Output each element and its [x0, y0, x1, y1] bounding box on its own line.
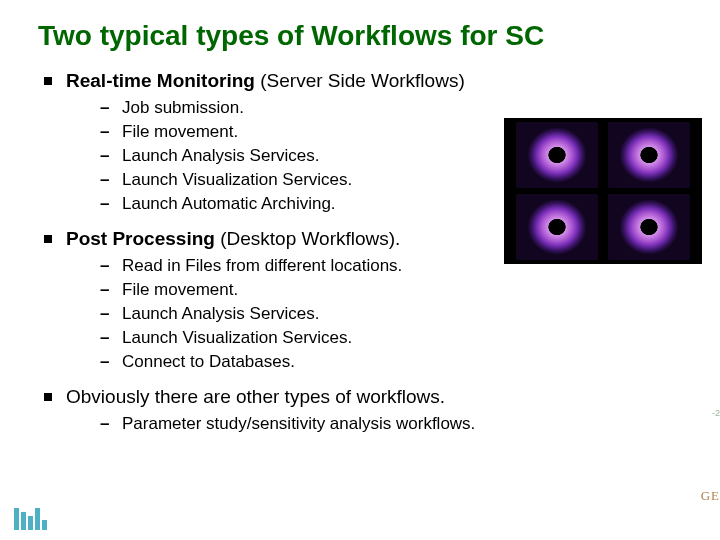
figure-caption — [602, 118, 604, 124]
bullet-label-rest: Obviously there are other types of workf… — [66, 386, 445, 407]
slide-title: Two typical types of Workflows for SC — [38, 20, 720, 52]
sub-list: Read in Files from different locations. … — [100, 256, 720, 372]
figure-panel — [516, 194, 598, 260]
bullet-label-bold: Real-time Monitoring — [66, 70, 255, 91]
bullet-label-bold: Post Processing — [66, 228, 215, 249]
bullet-label-rest: (Desktop Workflows). — [215, 228, 400, 249]
edge-number: -2 — [712, 408, 720, 418]
figure-panel — [608, 122, 690, 188]
slide: Two typical types of Workflows for SC Re… — [0, 0, 720, 540]
org-logo-icon — [14, 504, 50, 530]
edge-label: GE — [701, 488, 720, 504]
sub-list: Parameter study/sensitivity analysis wor… — [100, 414, 720, 434]
bullet-label-rest: (Server Side Workflows) — [255, 70, 465, 91]
figure-caption — [602, 188, 604, 194]
sub-item: Job submission. — [100, 98, 720, 118]
sub-item: Launch Visualization Services. — [100, 328, 720, 348]
sub-item: Parameter study/sensitivity analysis wor… — [100, 414, 720, 434]
sub-item: File movement. — [100, 280, 720, 300]
sub-item: Launch Analysis Services. — [100, 304, 720, 324]
bullet-item: Obviously there are other types of workf… — [38, 386, 720, 434]
simulation-figure — [504, 118, 702, 264]
figure-panel — [516, 122, 598, 188]
sub-item: Connect to Databases. — [100, 352, 720, 372]
figure-panel — [608, 194, 690, 260]
